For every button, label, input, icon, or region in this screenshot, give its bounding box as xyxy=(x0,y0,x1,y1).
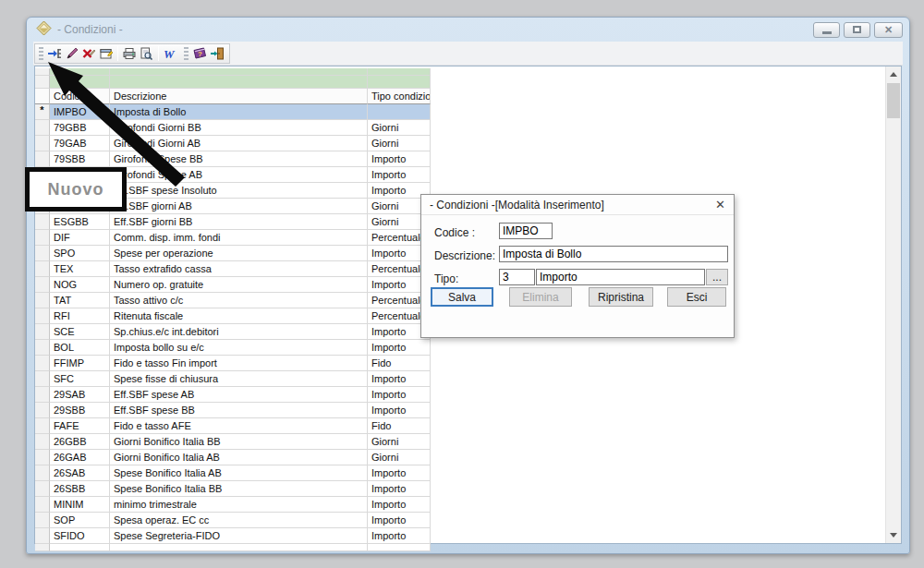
table-row[interactable]: NOGNumero op. gratuiteImporto xyxy=(35,277,431,293)
minimize-button[interactable] xyxy=(813,22,840,38)
cell-marker xyxy=(35,513,50,528)
cell-codice: 29SAB xyxy=(50,387,110,403)
cell-descrizione: Eff.SBF spese Insoluto xyxy=(110,183,368,199)
table-row[interactable]: 26GABGiorni Bonifico Italia ABGiorni xyxy=(35,450,431,465)
table-row[interactable]: BOLImposta bollo su e/cImporto xyxy=(35,340,431,356)
cell-codice: BOL xyxy=(50,340,110,356)
cell-codice: FAFE xyxy=(50,418,110,434)
table-row[interactable]: 79GBBGirofondi Giorni BBGiorni xyxy=(35,120,431,136)
filter-row[interactable] xyxy=(35,68,431,76)
empty-row xyxy=(35,544,431,551)
header-codice[interactable]: Codice xyxy=(50,89,110,104)
cell-marker xyxy=(35,324,50,340)
cell-descrizione: Girofondi Spese BB xyxy=(110,151,368,167)
cell-descrizione: Spese fisse di chiusura xyxy=(110,371,368,387)
table-row[interactable]: TEXTasso extrafido cassaPercentuale xyxy=(35,261,431,277)
cell-descrizione: Eff.SBF spese AB xyxy=(110,387,368,403)
header-marker xyxy=(35,89,50,104)
cell-tipo-condizione: Importo xyxy=(368,151,431,167)
properties-icon[interactable] xyxy=(97,45,114,62)
descrizione-field[interactable] xyxy=(499,246,728,262)
new-record-icon[interactable] xyxy=(46,45,63,62)
export-word-icon[interactable]: W xyxy=(162,45,178,62)
title-bar[interactable]: - Condizioni - ✕ xyxy=(27,18,909,42)
edit-icon[interactable] xyxy=(63,45,79,62)
table-row[interactable]: *IMPBOImposta di Bollo xyxy=(35,104,431,120)
cell-codice: TAT xyxy=(50,293,110,308)
maximize-button[interactable] xyxy=(844,22,870,38)
cell-tipo-condizione: Fido xyxy=(368,418,431,434)
vertical-scrollbar[interactable] xyxy=(885,66,901,543)
cell-descrizione: Spese Bonifico Italia BB xyxy=(110,481,368,497)
table-row[interactable]: 79GABGirofondi Giorni ABGiorni xyxy=(35,136,431,151)
dialog-title-bar[interactable]: - Condizioni -[Modalità Inserimento] ✕ xyxy=(421,195,734,215)
cell-marker xyxy=(35,528,50,544)
toolbar-grip[interactable] xyxy=(184,47,188,60)
table-row[interactable]: SPOSpese per operazioneImporto xyxy=(35,246,431,261)
table-row[interactable]: ESGBBEff.SBF giorni BBGiorni xyxy=(35,214,431,230)
table-row[interactable]: 26SABSpese Bonifico Italia ABImporto xyxy=(35,465,431,481)
cell-descrizione: Sp.chius.e/c int.debitori xyxy=(110,324,368,340)
tipo-code-field[interactable] xyxy=(499,269,535,285)
table-row[interactable]: SOPSpesa operaz. EC ccImporto xyxy=(35,513,431,528)
cell-descrizione: Girofondi Spese AB xyxy=(110,167,368,183)
cell-descrizione: Imposta di Bollo xyxy=(110,104,368,120)
header-descrizione[interactable]: Descrizione xyxy=(110,89,368,104)
table-row[interactable]: FFIMPFido e tasso Fin importFido xyxy=(35,356,431,371)
table-row[interactable]: 29SBBEff.SBF spese BBImporto xyxy=(35,403,431,418)
tipo-label: Tipo: xyxy=(434,272,458,285)
header-tipo-condizione[interactable]: Tipo condizione xyxy=(368,89,431,104)
delete-icon[interactable] xyxy=(80,45,97,62)
cell-descrizione: Eff.SBF spese BB xyxy=(110,403,368,418)
scrollbar-thumb[interactable] xyxy=(887,83,900,118)
esci-button[interactable]: Esci xyxy=(667,287,726,307)
table-row[interactable]: DIFComm. disp. imm. fondiPercentuale xyxy=(35,230,431,246)
cell-codice: 79GBB xyxy=(50,120,110,136)
cell-codice: 26SAB xyxy=(50,465,110,481)
cell-marker xyxy=(35,450,50,465)
table-row[interactable]: SCESp.chius.e/c int.debitoriImporto xyxy=(35,324,431,340)
scroll-up-button[interactable] xyxy=(886,66,901,82)
filter-row[interactable] xyxy=(35,76,431,89)
table-row[interactable]: RFIRitenuta fiscalePercentuale xyxy=(35,308,431,324)
cell-codice: 26GBB xyxy=(50,434,110,450)
cell-marker xyxy=(35,434,50,450)
table-row[interactable]: 79SBBGirofondi Spese BBImporto xyxy=(35,151,431,167)
cell-codice: TEX xyxy=(50,261,110,277)
table-row[interactable]: MINIMminimo trimestraleImporto xyxy=(35,497,431,513)
help-book-icon[interactable]: ? xyxy=(191,45,208,62)
scroll-down-button[interactable] xyxy=(886,527,901,543)
tipo-browse-button[interactable]: ... xyxy=(706,269,728,285)
table-row[interactable]: 29SABEff.SBF spese ABImporto xyxy=(35,387,431,403)
tipo-description-field[interactable] xyxy=(536,269,705,285)
cell-descrizione: Girofondi Giorni BB xyxy=(110,120,368,136)
codice-field[interactable] xyxy=(499,223,553,239)
print-icon[interactable] xyxy=(121,45,138,62)
cell-descrizione: Spese Bonifico Italia AB xyxy=(110,465,368,481)
elimina-button[interactable]: Elimina xyxy=(509,287,572,307)
table-row[interactable]: SFIDOSpese Segreteria-FIDOImporto xyxy=(35,528,431,544)
ripristina-button[interactable]: Ripristina xyxy=(589,287,653,307)
cell-descrizione: Eff.SBF giorni AB xyxy=(110,199,368,214)
cell-codice: 26SBB xyxy=(50,481,110,497)
table-row[interactable]: SFCSpese fisse di chiusuraImporto xyxy=(35,371,431,387)
print-preview-icon[interactable] xyxy=(138,45,154,62)
cell-marker xyxy=(35,418,50,434)
cell-marker xyxy=(35,151,50,167)
cell-marker xyxy=(35,230,50,246)
cell-marker xyxy=(35,371,50,387)
table-row[interactable]: FAFEFido e tasso AFEFido xyxy=(35,418,431,434)
exit-door-icon[interactable] xyxy=(208,45,225,62)
close-button[interactable]: ✕ xyxy=(874,22,903,38)
svg-text:?: ? xyxy=(198,50,202,58)
table-row[interactable]: 26GBBGiorni Bonifico Italia BBGiorni xyxy=(35,434,431,450)
table-row[interactable]: TATTasso attivo c/cPercentuale xyxy=(35,293,431,308)
salva-button[interactable]: Salva xyxy=(431,287,493,307)
toolbar-grip[interactable] xyxy=(39,47,43,60)
table-row[interactable]: 26SBBSpese Bonifico Italia BBImporto xyxy=(35,481,431,497)
cell-codice: MINIM xyxy=(50,497,110,513)
dialog-close-icon[interactable]: ✕ xyxy=(715,199,725,211)
cell-marker xyxy=(35,261,50,277)
cell-marker xyxy=(35,481,50,497)
cell-tipo-condizione: Giorni xyxy=(368,120,431,136)
